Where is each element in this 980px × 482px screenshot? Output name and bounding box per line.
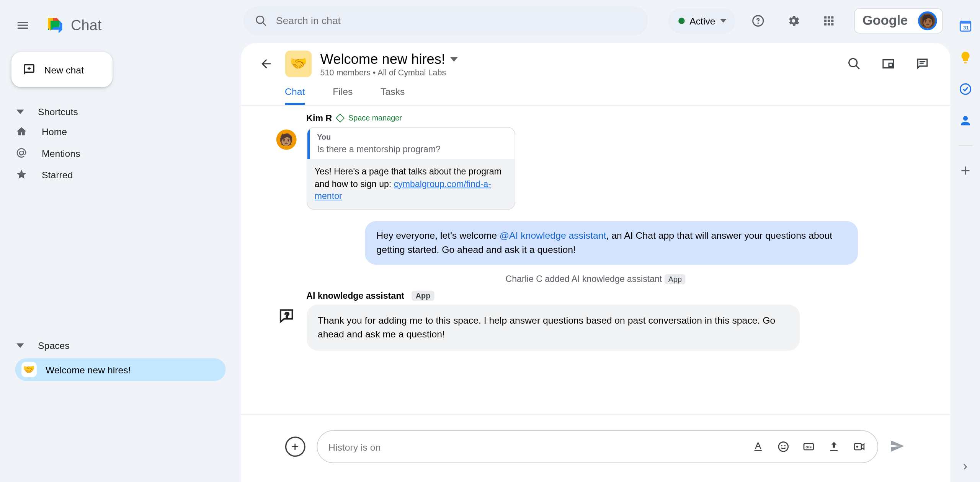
shortcuts-header[interactable]: Shortcuts	[0, 103, 241, 121]
space-card: 🤝 Welcome new hires! 510 members • All o…	[241, 43, 951, 482]
svg-text:GIF: GIF	[806, 445, 812, 449]
new-chat-button[interactable]: New chat	[11, 52, 113, 87]
quote-author: You	[317, 133, 506, 142]
chat-logo[interactable]: Chat	[44, 15, 102, 36]
side-panel: 31 ›	[951, 0, 980, 482]
avatar: 🧑🏽	[276, 130, 296, 150]
upload-icon	[828, 440, 841, 453]
sidebar-item-starred[interactable]: Starred	[0, 164, 241, 185]
emoji-icon	[777, 440, 790, 453]
new-chat-icon	[23, 63, 35, 76]
tasks-icon	[958, 82, 972, 96]
space-search-button[interactable]	[842, 51, 867, 77]
home-icon	[15, 125, 28, 138]
space-item-welcome-new-hires[interactable]: 🤝 Welcome new hires!	[15, 358, 225, 381]
plus-icon	[958, 164, 972, 177]
help-button[interactable]	[746, 8, 771, 33]
bot-avatar: ?	[276, 306, 296, 326]
mention-icon	[15, 147, 28, 159]
status-chip[interactable]: Active	[668, 8, 735, 33]
new-chat-label: New chat	[44, 64, 84, 75]
svg-text:31: 31	[963, 25, 969, 31]
tab-tasks[interactable]: Tasks	[381, 86, 405, 105]
google-logo-icon: Google	[862, 13, 913, 29]
menu-icon	[16, 18, 29, 32]
help-icon	[751, 14, 765, 28]
compose-bar: GIF	[317, 430, 879, 463]
star-icon	[15, 168, 28, 181]
tab-files[interactable]: Files	[333, 86, 353, 105]
space-emoji-badge: 🤝	[285, 50, 311, 77]
send-button[interactable]	[890, 438, 906, 455]
question-bubble-icon: ?	[277, 307, 295, 324]
compose-input[interactable]	[328, 441, 740, 452]
apps-button[interactable]	[817, 8, 842, 33]
svg-text:?: ?	[285, 311, 289, 319]
calendar-button[interactable]: 31	[958, 19, 972, 33]
main-menu-button[interactable]	[9, 11, 37, 39]
space-tabs: Chat Files Tasks	[241, 77, 951, 105]
google-account-chip[interactable]: Google 🧑🏾	[854, 8, 943, 33]
search-input[interactable]	[276, 15, 636, 27]
video-add-icon	[853, 440, 866, 453]
settings-button[interactable]	[781, 8, 806, 33]
sidebar-item-home[interactable]: Home	[0, 120, 241, 142]
apps-grid-icon	[822, 14, 836, 28]
meet-button[interactable]	[853, 440, 866, 454]
upload-button[interactable]	[827, 440, 841, 454]
contacts-button[interactable]	[958, 114, 972, 127]
svg-rect-9	[960, 21, 970, 24]
compose-add-button[interactable]: +	[285, 436, 305, 457]
message-text: Yes! Here's a page that talks about the …	[307, 159, 514, 209]
svg-point-11	[960, 84, 970, 94]
tab-chat[interactable]: Chat	[285, 86, 305, 105]
svg-text:Google: Google	[863, 13, 908, 28]
left-sidebar: Chat New chat Shortcuts Home Mentions St…	[0, 0, 241, 482]
chevron-down-icon	[720, 19, 727, 23]
arrow-back-icon	[259, 57, 273, 71]
text-format-icon	[752, 440, 764, 453]
back-button[interactable]	[256, 54, 276, 74]
gear-icon	[787, 14, 800, 28]
thread-panel-button[interactable]	[910, 51, 935, 77]
app-badge: App	[412, 290, 434, 300]
keep-icon	[958, 50, 972, 64]
sender-role: Space manager	[348, 114, 402, 122]
svg-point-4	[784, 445, 786, 446]
spaces-header[interactable]: Spaces	[0, 336, 241, 355]
divider	[958, 145, 972, 146]
gif-button[interactable]: GIF	[802, 440, 816, 454]
message-text: Thank you for adding me to this space. I…	[306, 305, 799, 351]
message-kim: 🧑🏽 Kim R Space manager You Is there a me…	[276, 113, 915, 210]
tasks-button[interactable]	[958, 82, 972, 96]
sidebar-item-mentions[interactable]: Mentions	[0, 142, 241, 164]
send-icon	[890, 438, 905, 454]
system-message: Charlie C added AI knowledge assistantAp…	[276, 274, 915, 284]
chat-app-icon	[44, 15, 66, 36]
app-badge: App	[665, 274, 686, 284]
chevron-down-icon	[16, 108, 24, 116]
plus-icon: +	[291, 440, 299, 454]
sender-name: AI knowledge assistant	[306, 290, 404, 300]
pip-icon	[882, 57, 895, 71]
chat-app-name: Chat	[71, 17, 101, 34]
search-icon	[255, 15, 267, 27]
collapse-panel-button[interactable]: ›	[963, 459, 967, 473]
svg-point-2	[779, 442, 789, 451]
search-bar[interactable]	[243, 7, 648, 36]
message-self: Hey everyone, let's welcome @AI knowledg…	[365, 221, 858, 265]
addons-button[interactable]	[958, 164, 972, 177]
emoji-button[interactable]	[777, 440, 791, 454]
keep-button[interactable]	[958, 50, 972, 64]
calendar-icon: 31	[958, 19, 972, 33]
picture-in-picture-button[interactable]	[876, 51, 901, 77]
gif-icon: GIF	[803, 440, 815, 453]
chevron-down-icon	[450, 57, 458, 62]
space-emoji-icon: 🤝	[21, 362, 37, 377]
format-button[interactable]	[751, 440, 765, 454]
quote-text: Is there a mentorship program?	[317, 144, 506, 154]
person-icon	[958, 114, 972, 127]
sender-name: Kim R	[306, 113, 332, 123]
mention[interactable]: @AI knowledge assistant	[500, 230, 606, 241]
space-title[interactable]: Welcome new hires!	[320, 51, 458, 67]
